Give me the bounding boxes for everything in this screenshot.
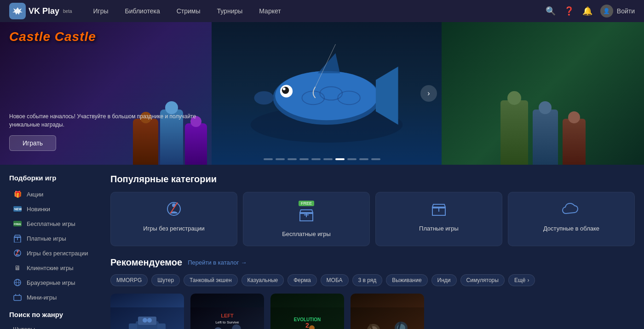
cloud-icon [562, 201, 581, 220]
sidebar-item-paid[interactable]: Платные игры [9, 231, 101, 245]
nav-library[interactable]: Библиотека [118, 5, 167, 17]
right-panel: Популярные категории Игры без регистраци… [110, 174, 644, 329]
game-card-war-robots[interactable]: WAR ROBOTS War Robots Шутер [110, 294, 184, 329]
search-icon[interactable]: 🔍 [545, 6, 556, 17]
hero-game-title-left: Castle Castle [9, 29, 96, 44]
logo-text: VK Play [29, 6, 59, 16]
nav-tournaments[interactable]: Турниры [210, 5, 250, 17]
categories-grid: Игры без регистрации FREE Бесплатные игр… [110, 192, 635, 246]
category-no-reg[interactable]: Игры без регистрации [110, 192, 237, 246]
free-games-icon [298, 206, 315, 226]
category-paid[interactable]: Платные игры [375, 192, 502, 246]
logo[interactable]: VK Playbeta [9, 3, 72, 19]
tag-mmorpg[interactable]: MMORPG [110, 274, 148, 286]
sidebar-item-client[interactable]: 🖥 Клиентские игры [9, 261, 101, 275]
noreg-icon [13, 248, 22, 258]
tag-moba[interactable]: МОБА [321, 274, 349, 286]
header: VK Playbeta Игры Библиотека Стримы Турни… [0, 0, 644, 22]
free-icon: FREE [13, 219, 22, 228]
tag-more[interactable]: Ещё › [508, 274, 535, 286]
game-thumbnail-tacticool: TACTICOOL [351, 294, 424, 329]
hero-dot-6[interactable] [323, 158, 333, 160]
svg-text:2: 2 [305, 322, 309, 329]
categories-title: Популярные категории [110, 174, 635, 185]
sidebar-item-label: Платные игры [27, 235, 66, 242]
hero-dot-5[interactable] [311, 158, 321, 160]
tag-survival[interactable]: Выживание [386, 274, 427, 286]
svg-rect-35 [138, 317, 156, 325]
game-card-tacticool[interactable]: TACTICOOL Tacticool Экшен [351, 294, 424, 329]
sales-icon: 🎁 [13, 190, 22, 199]
svg-text:NEW: NEW [14, 208, 22, 211]
hero-content-left: Новое событие началось! Участвуйте в бол… [9, 112, 202, 151]
hero-slide-right[interactable] [442, 22, 644, 165]
notifications-icon[interactable]: 🔔 [582, 6, 593, 17]
tag-casual[interactable]: Казуальные [242, 274, 284, 286]
hero-pagination-dots [264, 158, 380, 160]
svg-point-8 [283, 87, 286, 90]
hero-dot-10[interactable] [371, 158, 380, 160]
svg-rect-24 [14, 295, 21, 300]
tag-simulators[interactable]: Симуляторы [460, 274, 505, 286]
tag-shooter[interactable]: Шутер [151, 274, 180, 286]
hero-dot-7[interactable] [335, 158, 345, 160]
hero-play-button[interactable]: Играть [9, 135, 56, 151]
sidebar-item-noreg[interactable]: Игры без регистрации [9, 246, 101, 260]
free-badge: FREE [299, 201, 314, 206]
paid-games-icon [431, 201, 447, 220]
hero-dot-1[interactable] [264, 158, 273, 160]
login-label: Войти [617, 7, 635, 15]
tag-tank[interactable]: Танковый экшен [184, 274, 238, 286]
genre-shooters[interactable]: Шутеры [9, 324, 101, 329]
sidebar-item-label: Браузерные игры [27, 279, 75, 286]
hero-dot-4[interactable] [299, 158, 309, 160]
svg-text:Left to Survive: Left to Survive [215, 320, 239, 324]
sidebar: Подборки игр 🎁 Акции NEW Новинки FREE Б [9, 174, 101, 329]
sidebar-genres-title: Поиск по жанру [9, 311, 101, 318]
sidebar-item-label: Бесплатные игры [27, 220, 75, 227]
nav-games[interactable]: Игры [86, 5, 116, 17]
sidebar-item-label: Новинки [27, 206, 50, 213]
hero-dot-2[interactable] [276, 158, 285, 160]
hero-dot-8[interactable] [347, 158, 356, 160]
game-thumbnail-war-robots: WAR ROBOTS [110, 294, 184, 329]
category-cloud[interactable]: Доступные в облаке [508, 192, 635, 246]
hero-next-arrow[interactable]: › [420, 85, 437, 102]
game-thumbnail-left-survive: LEFT Left to Survive [190, 294, 264, 329]
category-name: Игры без регистрации [143, 225, 204, 232]
hero-dot-3[interactable] [288, 158, 297, 160]
tag-match3[interactable]: 3 в ряд [352, 274, 383, 286]
sidebar-item-sales[interactable]: 🎁 Акции [9, 187, 101, 201]
sidebar-collections-title: Подборки игр [9, 174, 101, 182]
client-icon: 🖥 [13, 263, 22, 272]
game-card-left-survive[interactable]: LEFT Left to Survive Left to Survive Шут… [190, 294, 264, 329]
vk-logo-icon [9, 3, 26, 19]
mini-icon [13, 293, 22, 302]
sidebar-item-new[interactable]: NEW Новинки [9, 202, 101, 216]
hero-dot-9[interactable] [359, 158, 368, 160]
sidebar-item-label: Мини-игры [27, 294, 57, 301]
sidebar-item-mini[interactable]: Мини-игры [9, 290, 101, 304]
svg-marker-5 [318, 53, 340, 74]
help-icon[interactable]: ❓ [564, 6, 575, 17]
main-nav: Игры Библиотека Стримы Турниры Маркет [86, 5, 545, 17]
nav-market[interactable]: Маркет [252, 5, 288, 17]
hero-slide-center[interactable] [212, 22, 442, 165]
sidebar-item-free[interactable]: FREE Бесплатные игры [9, 217, 101, 231]
browser-icon [13, 278, 22, 287]
catalog-link[interactable]: Перейти в каталог → [188, 259, 247, 266]
svg-text:LEFT: LEFT [221, 313, 234, 318]
category-name: Бесплатные игры [282, 231, 331, 237]
svg-rect-37 [157, 323, 166, 329]
sidebar-item-label: Акции [27, 191, 43, 198]
tag-indie[interactable]: Инди [431, 274, 457, 286]
tag-farm[interactable]: Ферма [288, 274, 316, 286]
svg-point-3 [254, 91, 274, 104]
login-button[interactable]: 👤 Войти [600, 5, 635, 17]
hero-slide-left[interactable]: Castle Castle Новое событие началось! Уч… [0, 22, 212, 165]
sidebar-item-label: Игры без регистрации [27, 250, 88, 257]
game-card-evo2[interactable]: EVOLUTION 2 Битва за Утопию Эволюция 2: … [270, 294, 344, 329]
sidebar-item-browser[interactable]: Браузерные игры [9, 276, 101, 289]
nav-streams[interactable]: Стримы [169, 5, 208, 17]
category-free[interactable]: FREE Бесплатные игры [243, 192, 370, 246]
